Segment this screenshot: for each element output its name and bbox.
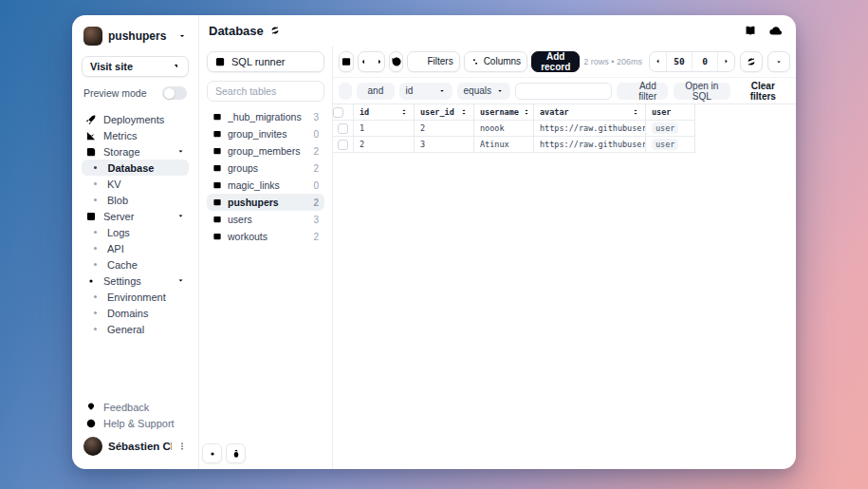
sliders-icon (471, 57, 480, 66)
row-count-badge: 3 (313, 112, 319, 122)
remove-filter-button[interactable] (339, 83, 352, 100)
sidebar-subitem[interactable]: General (82, 321, 189, 337)
data-area: Filters Columns Add record 2 rows • 206m… (333, 46, 796, 469)
download-button[interactable] (767, 51, 790, 72)
add-filter-button[interactable]: Add filter (617, 83, 669, 100)
docs-book-icon[interactable] (744, 24, 757, 37)
refresh-icon (747, 57, 756, 66)
table-list-item[interactable]: group_members 2 (207, 142, 324, 160)
sidebar-subitem[interactable]: Blob (82, 192, 189, 208)
table-list-item[interactable]: users 3 (207, 211, 324, 228)
preview-mode-toggle[interactable] (162, 86, 187, 100)
sidebar-nav: Deployments Metrics (82, 111, 189, 399)
lightbulb-icon (85, 402, 97, 413)
row-count-badge: 2 (313, 163, 319, 174)
sidebar-subitem[interactable]: Domains (82, 305, 189, 321)
chevron-down-icon (496, 87, 504, 95)
user-name: Sébastien Chopin (108, 441, 172, 452)
data-table: id user_id username (333, 104, 796, 153)
columns-button[interactable]: Columns (464, 51, 527, 72)
bullet-dot (94, 166, 98, 170)
column-header[interactable]: user_id (415, 104, 474, 121)
sidebar-item[interactable]: Deployments (82, 111, 189, 127)
sidebar-subitem[interactable]: API (82, 240, 189, 256)
cell-username: noook (474, 121, 534, 137)
refresh-results-button[interactable] (740, 51, 763, 72)
table-list-item[interactable]: magic_links 0 (207, 177, 324, 194)
bullet-dot (94, 263, 97, 266)
bug-icon (231, 448, 242, 460)
row-checkbox[interactable] (338, 140, 348, 150)
filters-button[interactable]: Filters (407, 51, 459, 72)
chevron-left-icon[interactable] (359, 57, 368, 66)
devtools-gear-button[interactable] (202, 443, 222, 463)
user-avatar (83, 437, 102, 456)
refresh-icon[interactable] (270, 26, 280, 35)
devtools-bug-button[interactable] (226, 443, 246, 463)
row-checkbox[interactable] (338, 123, 348, 134)
sort-icon[interactable] (523, 108, 530, 116)
filter-conjunction[interactable]: and (357, 83, 394, 100)
query-history-button[interactable] (389, 51, 404, 72)
column-header[interactable]: id (354, 104, 415, 121)
history-nav-buttons[interactable] (358, 51, 385, 72)
filter-column-select[interactable]: id (399, 83, 452, 100)
workspace-switcher[interactable]: pushupers (82, 27, 189, 46)
download-icon (774, 57, 784, 66)
gear-icon (207, 448, 218, 460)
sidebar-subitem[interactable]: Environment (82, 289, 189, 305)
column-header[interactable]: username (474, 104, 534, 121)
filter-operator-select[interactable]: equals (457, 83, 510, 100)
open-in-sql-button[interactable]: Open in SQL (674, 83, 730, 100)
help-support-link[interactable]: Help & Support (82, 415, 189, 431)
page-next-icon[interactable] (718, 52, 734, 71)
table-list-item[interactable]: pushupers 2 (207, 194, 324, 211)
sort-icon[interactable] (400, 108, 408, 116)
filter-bar: and id equals Ad (333, 78, 796, 104)
table-list-item[interactable]: group_invites 0 (207, 125, 324, 142)
sort-icon[interactable] (460, 108, 468, 116)
toolbar: Filters Columns Add record 2 rows • 206m… (333, 46, 796, 78)
workspace-avatar (83, 27, 102, 46)
add-record-button[interactable]: Add record (531, 51, 580, 72)
feedback-link[interactable]: Feedback (82, 399, 189, 415)
sort-icon[interactable] (632, 108, 639, 116)
user-menu[interactable]: Sébastien Chopin (82, 435, 189, 456)
toggle-panel-button[interactable] (339, 51, 354, 72)
dots-vertical-icon[interactable] (177, 442, 187, 451)
row-count-badge: 0 (313, 180, 319, 191)
filter-value-input[interactable] (515, 83, 612, 100)
table-list-item[interactable]: _hub_migrations 3 (207, 108, 324, 125)
select-all-checkbox[interactable] (333, 107, 343, 118)
sidebar-subitem[interactable]: KV (82, 176, 189, 192)
table-icon (212, 232, 222, 241)
sidebar-item[interactable]: Metrics (82, 127, 189, 143)
sidebar-item[interactable]: Server (82, 208, 189, 224)
sql-runner-button[interactable]: SQL runner (207, 51, 324, 72)
table-row[interactable]: 2 3 Atinux https://raw.githubusercon… us… (333, 137, 796, 153)
column-header[interactable]: user (646, 104, 695, 121)
table-list-item[interactable]: groups 2 (207, 160, 324, 177)
sidebar-subitem[interactable]: Database (82, 160, 189, 176)
terminal-box-icon (214, 56, 226, 67)
page-prev-icon[interactable] (650, 52, 666, 71)
page-offset-input[interactable] (693, 52, 718, 71)
chevron-down-icon (438, 87, 446, 95)
sidebar-subitem[interactable]: Logs (82, 224, 189, 240)
column-header[interactable]: avatar (534, 104, 646, 121)
cell-user-type: user (646, 121, 695, 137)
table-list-item[interactable]: workouts 2 (207, 228, 324, 245)
rocket-icon (85, 114, 97, 125)
page-size-input[interactable] (666, 52, 693, 71)
visit-site-button[interactable]: Visit site (82, 56, 189, 77)
sidebar-subitem[interactable]: Cache (82, 256, 189, 273)
search-tables-input[interactable] (207, 81, 324, 102)
clear-filters-button[interactable]: Clear filters (736, 83, 790, 100)
preview-mode-row: Preview mode (82, 86, 189, 100)
table-icon (212, 112, 222, 122)
tables-panel: SQL runner _hub_migrations 3 (199, 46, 333, 469)
table-row[interactable]: 1 2 noook https://raw.githubusercon… use… (333, 121, 796, 137)
cloudflare-cloud-icon[interactable] (768, 24, 783, 38)
sidebar-item[interactable]: Storage (82, 143, 189, 160)
sidebar-item[interactable]: Settings (82, 273, 189, 289)
